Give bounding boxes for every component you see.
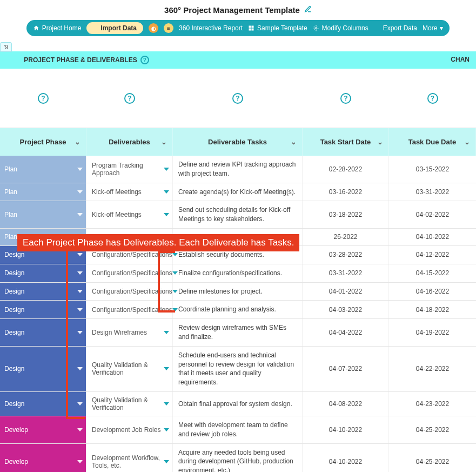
header-due-label: Task Due Date bbox=[408, 138, 457, 146]
task-cell[interactable]: Define and review KPI tracking approach … bbox=[173, 156, 303, 183]
due-date-cell[interactable]: 04-02-2022 bbox=[389, 201, 476, 228]
task-cell[interactable]: Review design wireframes with SMEs and f… bbox=[173, 319, 303, 346]
start-date-cell[interactable]: 04-08-2022 bbox=[303, 392, 389, 416]
start-date-cell[interactable]: 03-16-2022 bbox=[303, 183, 389, 201]
start-date-cell[interactable]: 04-03-2022 bbox=[303, 301, 389, 318]
header-phase[interactable]: Project Phase⌄ bbox=[0, 128, 86, 156]
help-icon[interactable]: ? bbox=[124, 93, 135, 104]
dropdown-icon[interactable] bbox=[77, 168, 83, 171]
interactive-report-button[interactable]: 360 Interactive Report bbox=[179, 24, 243, 32]
modify-columns-button[interactable]: Modify Columns bbox=[313, 24, 368, 32]
table-row[interactable]: DevelopDevelopment Workflow, Tools, etc.… bbox=[0, 444, 476, 472]
dropdown-icon[interactable] bbox=[77, 428, 83, 431]
due-date-cell[interactable]: 04-25-2022 bbox=[389, 416, 476, 443]
start-date-cell[interactable]: 04-01-2022 bbox=[303, 283, 389, 301]
dropdown-icon[interactable] bbox=[164, 402, 169, 405]
dropdown-icon[interactable] bbox=[77, 190, 83, 194]
task-cell[interactable]: Acquire any needed tools being used duri… bbox=[173, 444, 303, 472]
deliverable-cell[interactable]: Development Job Roles bbox=[86, 416, 173, 443]
project-home-button[interactable]: Project Home bbox=[33, 24, 82, 32]
due-date-cell[interactable]: 04-19-2022 bbox=[389, 319, 476, 346]
phase-cell[interactable]: Plan bbox=[0, 183, 86, 201]
start-date-cell[interactable]: 02-28-2022 bbox=[303, 156, 389, 183]
dropdown-icon[interactable] bbox=[164, 213, 169, 216]
task-cell[interactable]: Define milestones for project. bbox=[173, 283, 303, 301]
start-date-label: 04-10-2022 bbox=[329, 426, 362, 434]
due-date-label: 04-15-2022 bbox=[416, 269, 449, 277]
dropdown-icon[interactable] bbox=[77, 213, 83, 216]
table-row[interactable]: PlanProgram Tracking ApproachDefine and … bbox=[0, 156, 476, 183]
due-date-cell[interactable]: 04-12-2022 bbox=[389, 246, 476, 264]
due-date-cell[interactable]: 04-15-2022 bbox=[389, 264, 476, 282]
dropdown-icon[interactable] bbox=[164, 460, 169, 463]
table-row[interactable]: PlanKick-off MeetingsSend out scheduling… bbox=[0, 201, 476, 229]
deliverable-cell[interactable]: Kick-off Meetings bbox=[86, 183, 173, 201]
deliverable-cell[interactable]: Design Wireframes bbox=[86, 319, 173, 346]
deliverable-cell[interactable]: Quality Validation & Verification bbox=[86, 392, 173, 416]
dropdown-icon[interactable] bbox=[77, 460, 83, 463]
task-cell[interactable]: Meet with development team to define and… bbox=[173, 416, 303, 443]
deliverable-cell[interactable]: Program Tracking Approach bbox=[86, 156, 173, 183]
header-deliverables[interactable]: Deliverables⌄ bbox=[86, 128, 173, 156]
due-date-label: 04-25-2022 bbox=[416, 426, 449, 434]
due-date-cell[interactable]: 04-10-2022 bbox=[389, 229, 476, 245]
start-date-cell[interactable]: 03-31-2022 bbox=[303, 264, 389, 282]
badge-yellow-icon[interactable]: ≡ bbox=[164, 23, 173, 33]
help-icon[interactable]: ? bbox=[427, 93, 438, 104]
phase-cell[interactable]: Plan bbox=[0, 156, 86, 183]
table-row[interactable]: PlanKick-off MeetingsCreate agenda(s) fo… bbox=[0, 183, 476, 202]
task-cell[interactable]: Schedule end-users and technical personn… bbox=[173, 347, 303, 391]
dropdown-icon[interactable] bbox=[164, 428, 169, 431]
deliverable-cell[interactable]: Quality Validation & Verification bbox=[86, 347, 173, 391]
help-icon[interactable]: ? bbox=[38, 93, 49, 104]
phase-label: Design bbox=[4, 269, 24, 277]
phase-cell[interactable]: Develop bbox=[0, 416, 86, 443]
due-date-cell[interactable]: 04-23-2022 bbox=[389, 392, 476, 416]
section-band: PROJECT PHASE & DELIVERABLES ? CHAN bbox=[0, 51, 476, 69]
start-date-cell[interactable]: 04-04-2022 bbox=[303, 319, 389, 346]
dropdown-icon[interactable] bbox=[164, 168, 169, 171]
deliverable-cell[interactable]: Kick-off Meetings bbox=[86, 201, 173, 228]
hint-deliv: ? bbox=[86, 69, 173, 128]
dropdown-icon[interactable] bbox=[164, 190, 169, 194]
due-date-cell[interactable]: 04-22-2022 bbox=[389, 347, 476, 391]
header-tasks[interactable]: Deliverable Tasks⌄ bbox=[173, 128, 303, 156]
task-cell[interactable]: Create agenda(s) for Kick-off Meeting(s)… bbox=[173, 183, 303, 201]
start-date-cell[interactable]: 03-28-2022 bbox=[303, 246, 389, 264]
task-cell[interactable]: Finalize configuration/specifications. bbox=[173, 264, 303, 282]
dropdown-icon[interactable] bbox=[164, 367, 169, 370]
start-date-cell[interactable]: 04-10-2022 bbox=[303, 416, 389, 443]
sample-template-button[interactable]: Sample Template bbox=[248, 24, 307, 32]
badge-orange-icon[interactable]: ◐ bbox=[149, 23, 158, 33]
dropdown-icon[interactable] bbox=[164, 331, 169, 334]
due-date-label: 04-02-2022 bbox=[416, 211, 449, 218]
due-date-cell[interactable]: 04-16-2022 bbox=[389, 283, 476, 301]
deliverable-cell[interactable]: Development Workflow, Tools, etc. bbox=[86, 444, 173, 472]
header-due[interactable]: Task Due Date⌄ bbox=[389, 128, 476, 156]
help-icon[interactable]: ? bbox=[232, 93, 243, 104]
phase-cell[interactable]: Plan bbox=[0, 201, 86, 228]
start-date-cell[interactable]: 03-18-2022 bbox=[303, 201, 389, 228]
due-date-cell[interactable]: 04-18-2022 bbox=[389, 301, 476, 318]
edit-title-icon[interactable] bbox=[304, 5, 312, 15]
start-date-label: 04-03-2022 bbox=[329, 306, 362, 314]
due-date-cell[interactable]: 03-31-2022 bbox=[389, 183, 476, 201]
start-date-label: 26-2022 bbox=[333, 233, 357, 241]
task-cell[interactable]: Coordinate planning and analysis. bbox=[173, 301, 303, 318]
due-date-cell[interactable]: 03-15-2022 bbox=[389, 156, 476, 183]
due-date-cell[interactable]: 04-25-2022 bbox=[389, 444, 476, 472]
start-date-cell[interactable]: 04-07-2022 bbox=[303, 347, 389, 391]
start-date-cell[interactable]: 26-2022 bbox=[303, 229, 389, 245]
export-data-button[interactable]: Export Data bbox=[374, 24, 417, 32]
start-date-cell[interactable]: 04-10-2022 bbox=[303, 444, 389, 472]
help-icon[interactable]: ? bbox=[340, 93, 351, 104]
table-row[interactable]: DevelopDevelopment Job RolesMeet with de… bbox=[0, 416, 476, 444]
help-icon[interactable]: ? bbox=[140, 56, 149, 64]
more-button[interactable]: More ▾ bbox=[423, 24, 443, 32]
sheet-tab[interactable]: '9 bbox=[0, 42, 12, 52]
import-data-button[interactable]: Import Data bbox=[86, 22, 143, 34]
phase-cell[interactable]: Develop bbox=[0, 444, 86, 472]
task-cell[interactable]: Send out scheduling details for Kick-off… bbox=[173, 201, 303, 228]
header-start[interactable]: Task Start Date⌄ bbox=[303, 128, 389, 156]
task-cell[interactable]: Obtain final approval for system design. bbox=[173, 392, 303, 416]
